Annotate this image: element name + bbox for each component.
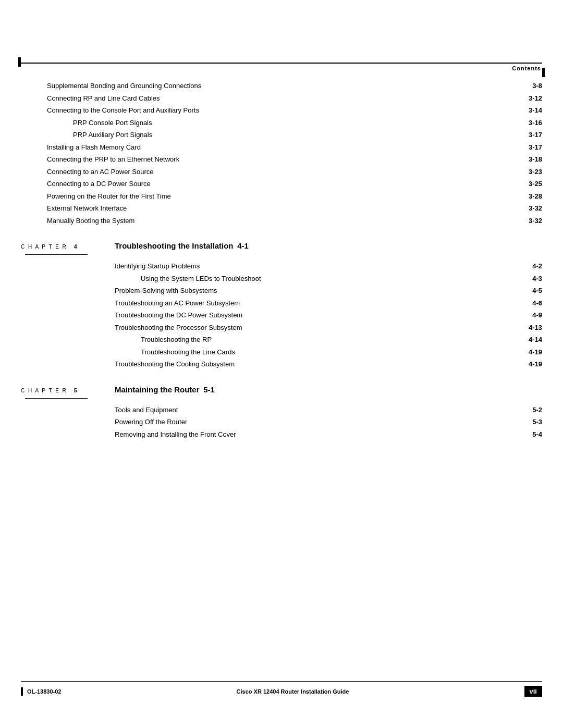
chapter4-divider bbox=[25, 254, 88, 255]
list-item: Identifying Startup Problems 4-2 bbox=[115, 261, 542, 272]
list-item: PRP Console Port Signals 3-16 bbox=[21, 118, 542, 128]
chapter4-label: C H A P T E R bbox=[21, 244, 72, 250]
entry-page: 3-17 bbox=[529, 130, 542, 140]
main-content: Supplemental Bonding and Grounding Conne… bbox=[21, 81, 542, 441]
chapter5-title-area: Maintaining the Router 5-1 bbox=[115, 385, 542, 394]
entry-page: 4-19 bbox=[529, 347, 542, 357]
entry-page: 3-32 bbox=[529, 203, 542, 214]
list-item: Connecting the PRP to an Ethernet Networ… bbox=[21, 154, 542, 165]
footer-left-bar bbox=[21, 687, 23, 696]
entry-text: Installing a Flash Memory Card bbox=[47, 142, 527, 153]
entry-page: 4-2 bbox=[532, 261, 542, 272]
chapter5-label: C H A P T E R bbox=[21, 388, 72, 393]
chapter4-number: 4 bbox=[74, 244, 78, 250]
list-item: Powering Off the Router 5-3 bbox=[115, 417, 542, 427]
chapter4-label-area: C H A P T E R 4 bbox=[21, 242, 115, 258]
chapter5-title: Maintaining the Router bbox=[115, 385, 200, 394]
footer-guide-title: Cisco XR 12404 Router Installation Guide bbox=[61, 688, 524, 695]
entry-page: 4-9 bbox=[532, 310, 542, 320]
contents-right-bar bbox=[542, 68, 545, 77]
entry-text: PRP Auxiliary Port Signals bbox=[73, 130, 527, 140]
entry-page: 5-2 bbox=[532, 405, 542, 415]
entry-text: Problem-Solving with Subsystems bbox=[115, 286, 530, 296]
contents-header-label: Contents bbox=[512, 65, 541, 71]
entry-text: External Network Interface bbox=[47, 203, 527, 214]
entry-page: 4-14 bbox=[529, 335, 542, 345]
entry-text: Troubleshooting the Cooling Subsystem bbox=[115, 359, 527, 369]
footer-left: OL-13830-02 bbox=[21, 687, 61, 696]
footer-content: OL-13830-02 Cisco XR 12404 Router Instal… bbox=[21, 686, 542, 697]
entry-text: Connecting to a DC Power Source bbox=[47, 179, 527, 189]
bottom-rule bbox=[21, 681, 542, 682]
page-container: Contents Supplemental Bonding and Ground… bbox=[0, 0, 563, 728]
top-rule-area bbox=[21, 63, 542, 64]
footer-page-number: vii bbox=[524, 686, 542, 697]
chapter5-header-row: C H A P T E R 5 Maintaining the Router 5… bbox=[21, 385, 542, 402]
list-item: Supplemental Bonding and Grounding Conne… bbox=[21, 81, 542, 91]
entry-page: 3-17 bbox=[529, 142, 542, 153]
entry-page: 3-23 bbox=[529, 167, 542, 177]
entry-text: Connecting RP and Line Card Cables bbox=[47, 93, 527, 104]
list-item: Troubleshooting an AC Power Subsystem 4-… bbox=[115, 298, 542, 309]
entry-page: 5-4 bbox=[532, 429, 542, 440]
list-item: PRP Auxiliary Port Signals 3-17 bbox=[21, 130, 542, 140]
list-item: Connecting to an AC Power Source 3-23 bbox=[21, 167, 542, 177]
entry-page: 4-19 bbox=[529, 359, 542, 369]
entry-text: Connecting to an AC Power Source bbox=[47, 167, 527, 177]
list-item: Troubleshooting the Cooling Subsystem 4-… bbox=[115, 359, 542, 369]
entry-text: Tools and Equipment bbox=[115, 405, 530, 415]
entry-text: Connecting the PRP to an Ethernet Networ… bbox=[47, 154, 527, 165]
list-item: Troubleshooting the RP 4-14 bbox=[115, 335, 542, 345]
list-item: Installing a Flash Memory Card 3-17 bbox=[21, 142, 542, 153]
entry-text: Troubleshooting the Line Cards bbox=[141, 347, 527, 357]
footer-area: OL-13830-02 Cisco XR 12404 Router Instal… bbox=[21, 681, 542, 697]
entry-text: Powering Off the Router bbox=[115, 417, 530, 427]
list-item: Troubleshooting the Processor Subsystem … bbox=[115, 323, 542, 333]
left-top-bar bbox=[18, 57, 21, 67]
entry-text: Manually Booting the System bbox=[47, 216, 527, 226]
list-item: Troubleshooting the DC Power Subsystem 4… bbox=[115, 310, 542, 320]
entry-page: 3-32 bbox=[529, 216, 542, 226]
list-item: Powering on the Router for the First Tim… bbox=[21, 191, 542, 202]
entry-text: Troubleshooting an AC Power Subsystem bbox=[115, 298, 530, 309]
list-item: Troubleshooting the Line Cards 4-19 bbox=[115, 347, 542, 357]
entry-page: 3-18 bbox=[529, 154, 542, 165]
chapter5-title-page: 5-1 bbox=[203, 385, 215, 394]
entry-page: 3-16 bbox=[529, 118, 542, 128]
entry-page: 3-12 bbox=[529, 93, 542, 104]
chapter4-title-area: Troubleshooting the Installation 4-1 bbox=[115, 241, 542, 250]
chapter4-entries: Identifying Startup Problems 4-2 Using t… bbox=[115, 261, 542, 369]
list-item: External Network Interface 3-32 bbox=[21, 203, 542, 214]
chapter4-header-row: C H A P T E R 4 Troubleshooting the Inst… bbox=[21, 241, 542, 258]
list-item: Connecting to a DC Power Source 3-25 bbox=[21, 179, 542, 189]
top-rule bbox=[21, 63, 542, 64]
entry-text: Removing and Installing the Front Cover bbox=[115, 429, 530, 440]
list-item: Connecting RP and Line Card Cables 3-12 bbox=[21, 93, 542, 104]
entry-page: 3-28 bbox=[529, 191, 542, 202]
entry-page: 4-5 bbox=[532, 286, 542, 296]
list-item: Removing and Installing the Front Cover … bbox=[115, 429, 542, 440]
entry-text: Connecting to the Console Port and Auxil… bbox=[47, 105, 527, 116]
entry-page: 4-6 bbox=[532, 298, 542, 309]
chapter5-divider bbox=[25, 398, 88, 399]
footer-right: vii bbox=[524, 686, 542, 697]
list-item: Connecting to the Console Port and Auxil… bbox=[21, 105, 542, 116]
entry-page: 3-14 bbox=[529, 105, 542, 116]
entry-text: Using the System LEDs to Troubleshoot bbox=[141, 274, 530, 284]
chapter3-continuation: Supplemental Bonding and Grounding Conne… bbox=[21, 81, 542, 226]
entry-page: 4-3 bbox=[532, 274, 542, 284]
entry-text: Troubleshooting the RP bbox=[141, 335, 527, 345]
chapter5-number: 5 bbox=[74, 388, 78, 393]
entry-page: 4-13 bbox=[529, 323, 542, 333]
entry-page: 3-25 bbox=[529, 179, 542, 189]
list-item: Manually Booting the System 3-32 bbox=[21, 216, 542, 226]
list-item: Problem-Solving with Subsystems 4-5 bbox=[115, 286, 542, 296]
chapter4-title-page: 4-1 bbox=[237, 241, 249, 250]
entry-text: Troubleshooting the Processor Subsystem bbox=[115, 323, 527, 333]
chapter5-label-area: C H A P T E R 5 bbox=[21, 386, 115, 402]
entry-text: Troubleshooting the DC Power Subsystem bbox=[115, 310, 530, 320]
entry-text: Powering on the Router for the First Tim… bbox=[47, 191, 527, 202]
chapter4-title: Troubleshooting the Installation bbox=[115, 241, 234, 250]
footer-doc-number: OL-13830-02 bbox=[27, 688, 61, 695]
list-item: Using the System LEDs to Troubleshoot 4-… bbox=[115, 274, 542, 284]
